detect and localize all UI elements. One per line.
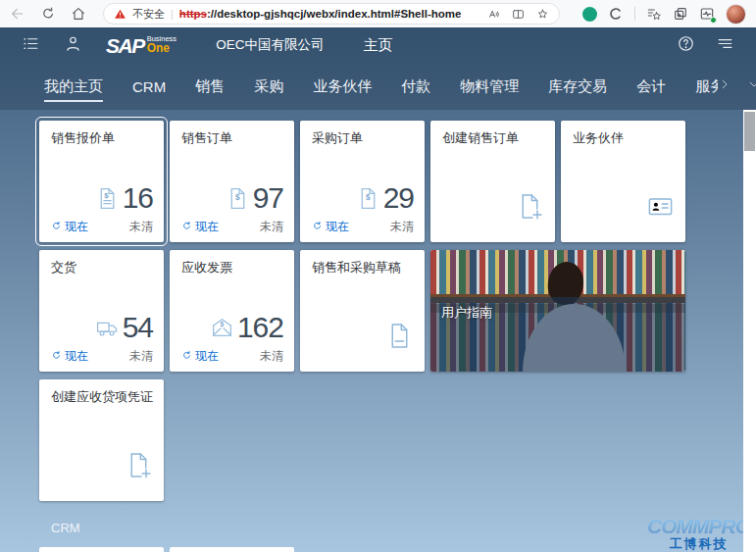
refresh-icon[interactable] <box>40 6 56 22</box>
tile-title: 采购订单 <box>312 130 414 146</box>
svg-text:$: $ <box>104 190 109 199</box>
id-card-icon <box>646 192 675 221</box>
tab-service[interactable]: 服务 <box>695 63 718 110</box>
tile-status-label: 未清 <box>390 219 414 235</box>
toolbar-divider <box>634 7 635 21</box>
doc-icon <box>385 322 414 350</box>
extension-ring-icon[interactable] <box>608 6 624 22</box>
read-aloud-icon[interactable] <box>487 8 500 21</box>
sales-order-tile[interactable]: 销售订单 $ 97 现在 未清 <box>170 121 294 242</box>
tile-kpi: $ 97 <box>181 183 283 213</box>
tile-refresh-button[interactable]: 现在 <box>181 348 219 365</box>
commpro-watermark-logo: COMMPRO 工博科技 <box>647 516 750 550</box>
tile-kpi-value: 16 <box>123 183 153 213</box>
tab-bar: 我的主页CRM销售采购业务伙伴付款物料管理库存交易会计服务 <box>0 63 756 110</box>
truck-icon <box>95 316 120 340</box>
profile-avatar[interactable] <box>726 4 746 25</box>
tab-sales[interactable]: 销售 <box>195 63 225 110</box>
sap-business-one-logo: SAP Business One <box>106 35 176 56</box>
extension-green-icon[interactable] <box>582 7 597 22</box>
purchase-order-tile[interactable]: 采购订单 $ 29 现在 未清 <box>300 121 425 242</box>
tile-status-label: 未清 <box>129 348 153 365</box>
business-partner-tile[interactable]: 业务伙伴 <box>561 121 685 242</box>
address-bar[interactable]: 不安全 | https://desktop-gjshqcj/webx/index… <box>103 3 560 25</box>
user-guide-tile[interactable]: 用户指南 <box>430 250 685 372</box>
tile-title: 销售和采购草稿 <box>312 260 414 276</box>
tile-title: 应收发票 <box>181 260 283 276</box>
tile-kpi-value: 97 <box>253 183 283 213</box>
menu-icon[interactable] <box>22 34 40 57</box>
tile-kpi: 54 <box>51 313 153 342</box>
tabs-overflow-right-icon[interactable] <box>718 77 731 95</box>
tile-refresh-button[interactable]: 现在 <box>51 219 88 235</box>
sap-shell: SAP Business One OEC中国有限公司 主页 我的主页CRM销售采… <box>0 27 756 110</box>
doc-dollar-icon: $ <box>226 186 250 211</box>
tile-status-label: 未清 <box>129 219 153 235</box>
favorites-hub-icon[interactable] <box>646 6 662 22</box>
tabs-expand-down-icon[interactable] <box>747 77 756 95</box>
feed-icon[interactable] <box>716 34 734 57</box>
page-title: 主页 <box>364 36 393 55</box>
sales-purchase-drafts-tile[interactable]: 销售和采购草稿 <box>300 250 425 372</box>
scrollbar-thumb[interactable] <box>744 112 755 151</box>
back-icon[interactable] <box>10 6 25 22</box>
tile-status-label: 未清 <box>260 348 283 365</box>
company-name: OEC中国有限公司 <box>216 36 324 54</box>
tab-accounting[interactable]: 会计 <box>636 63 666 110</box>
tab-payments[interactable]: 付款 <box>401 63 430 110</box>
tab-business-partners[interactable]: 业务伙伴 <box>313 63 372 110</box>
tile-title: 创建销售订单 <box>442 130 544 146</box>
tile-title: 交货 <box>51 260 153 276</box>
next-section-tile-top <box>170 547 294 552</box>
tile-kpi: $ 16 <box>51 183 153 213</box>
sap-header: SAP Business One OEC中国有限公司 主页 <box>0 27 756 63</box>
svg-text:$: $ <box>366 191 371 201</box>
tile-refresh-button[interactable]: 现在 <box>181 219 219 235</box>
tile-status-label: 未清 <box>260 219 283 235</box>
warning-triangle-icon[interactable] <box>114 8 126 21</box>
help-icon[interactable] <box>677 34 695 57</box>
refresh-icon <box>51 221 62 234</box>
doc-lines-dollar-icon: $ <box>95 186 120 211</box>
tab-material-management[interactable]: 物料管理 <box>460 63 519 110</box>
home-icon[interactable] <box>71 6 86 22</box>
refresh-icon <box>181 221 192 234</box>
doc-dollar-icon: $ <box>356 186 380 211</box>
user-icon[interactable] <box>64 34 82 57</box>
url-text[interactable]: https://desktop-gjshqcj/webx/index.html#… <box>179 8 462 20</box>
tile-title: 销售订单 <box>181 130 283 146</box>
pill-divider: | <box>171 8 174 20</box>
ar-invoice-tile[interactable]: 应收发票 $ 162 现在 未清 <box>170 250 294 372</box>
favorite-star-icon[interactable] <box>536 8 549 21</box>
tile-title: 销售报价单 <box>51 130 153 146</box>
delivery-tile[interactable]: 交货 54 现在 未清 <box>39 250 164 372</box>
refresh-icon <box>51 350 62 364</box>
tab-strip: 我的主页CRM销售采购业务伙伴付款物料管理库存交易会计服务 <box>44 63 718 110</box>
create-sales-order-tile[interactable]: 创建销售订单 <box>430 121 555 242</box>
essentials-icon[interactable] <box>699 6 715 22</box>
svg-text:$: $ <box>221 321 225 328</box>
next-section-tile-top <box>39 547 164 552</box>
page-scrollbar[interactable] <box>743 110 756 552</box>
tab-my-home[interactable]: 我的主页 <box>44 63 103 110</box>
tile-title: 用户指南 <box>441 304 492 322</box>
essentials-badge <box>710 17 717 24</box>
tab-inventory-transactions[interactable]: 库存交易 <box>548 63 607 110</box>
home-content: 销售报价单 $ 16 现在 未清 销售订单 $ 97 现在 未清 采购订单 $ … <box>0 110 756 552</box>
tab-purchasing[interactable]: 采购 <box>254 63 283 110</box>
tab-crm[interactable]: CRM <box>132 63 166 110</box>
tile-kpi-value: 29 <box>383 183 414 213</box>
tile-kpi: $ 29 <box>312 183 414 213</box>
tile-refresh-button[interactable]: 现在 <box>312 219 349 235</box>
create-ar-credit-memo-tile[interactable]: 创建应收贷项凭证 <box>39 379 164 501</box>
refresh-icon <box>181 350 192 364</box>
doc-plus-icon <box>516 192 544 221</box>
tile-refresh-button[interactable]: 现在 <box>51 348 88 365</box>
split-screen-icon[interactable] <box>512 8 525 21</box>
browser-toolbar: 不安全 | https://desktop-gjshqcj/webx/index… <box>0 0 756 27</box>
refresh-icon <box>312 221 323 234</box>
collections-icon[interactable] <box>673 6 688 22</box>
sales-quotation-tile[interactable]: 销售报价单 $ 16 现在 未清 <box>39 121 164 242</box>
tile-grid: 销售报价单 $ 16 现在 未清 销售订单 $ 97 现在 未清 采购订单 $ … <box>0 110 756 501</box>
security-label[interactable]: 不安全 <box>132 7 165 22</box>
